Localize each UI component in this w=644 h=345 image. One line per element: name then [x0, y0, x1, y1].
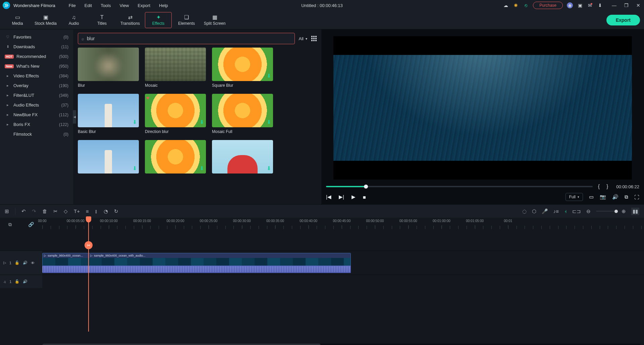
- effect-mosaic-full[interactable]: ⬇Mosaic Full: [212, 94, 273, 134]
- play-back-button[interactable]: ▶|: [339, 194, 344, 200]
- search-box[interactable]: ⌕: [78, 33, 295, 44]
- text-icon[interactable]: T+: [74, 208, 80, 214]
- mic-icon[interactable]: 🎤: [542, 208, 548, 214]
- tab-titles[interactable]: TTitles: [89, 12, 115, 28]
- tab-stock-media[interactable]: ▣Stock Media: [32, 12, 59, 28]
- sidebar-item-video-effects[interactable]: ▸Video Effects(384): [0, 71, 73, 81]
- tag-icon[interactable]: ◇: [64, 208, 68, 214]
- effect-mosaic[interactable]: Mosaic: [145, 48, 206, 88]
- zoom-slider[interactable]: [596, 211, 616, 212]
- sidebar-item-audio-effects[interactable]: ▸Audio Effects(37): [0, 100, 73, 110]
- display-icon[interactable]: ▭: [589, 194, 594, 200]
- avatar-icon[interactable]: ☻: [567, 2, 573, 8]
- close-button[interactable]: ✕: [635, 2, 641, 8]
- download-icon[interactable]: ⬇: [597, 2, 603, 8]
- preview-viewport[interactable]: [333, 36, 632, 180]
- visibility-icon[interactable]: 👁: [31, 261, 35, 265]
- sidebar-item-what-s-new[interactable]: NewWhat's New(950): [0, 61, 73, 71]
- sparkle-icon[interactable]: ✺: [513, 2, 519, 8]
- tab-elements[interactable]: ❏Elements: [173, 12, 200, 28]
- audio-waveform[interactable]: [42, 266, 351, 273]
- redo-button[interactable]: ↷: [32, 208, 36, 214]
- mark-in-button[interactable]: {: [597, 184, 601, 190]
- effect-card[interactable]: ⬇: [145, 140, 206, 176]
- layout-icon[interactable]: ⊞: [5, 208, 9, 214]
- delete-button[interactable]: 🗑: [42, 208, 47, 214]
- play-button[interactable]: ▶: [352, 194, 356, 200]
- menu-file[interactable]: File: [65, 2, 80, 9]
- quality-select[interactable]: Full▾: [566, 193, 583, 201]
- tab-effects[interactable]: ✦Effects: [145, 12, 172, 28]
- export-button[interactable]: Export: [606, 15, 640, 25]
- track-layout-icon[interactable]: ⧉: [8, 222, 12, 227]
- sidebar-item-downloads[interactable]: ⬇Downloads(11): [0, 42, 73, 52]
- undo-button[interactable]: ↶: [21, 208, 26, 214]
- sidebar-item-recommended[interactable]: HOTRecommended(500): [0, 52, 73, 61]
- effect-card[interactable]: ⬇: [212, 140, 273, 176]
- effect-card[interactable]: ⬇: [78, 140, 139, 176]
- snapshot-icon[interactable]: 📷: [600, 194, 606, 200]
- preview-scrubber[interactable]: [326, 186, 593, 187]
- timeline-scrollbar[interactable]: [42, 344, 641, 345]
- menu-help[interactable]: Help: [155, 2, 172, 9]
- cut-button[interactable]: ✂: [53, 208, 58, 214]
- mark-out-button[interactable]: }: [605, 184, 609, 190]
- effect-blur[interactable]: Blur: [78, 48, 139, 88]
- view-toggle[interactable]: [311, 36, 317, 41]
- save-icon[interactable]: ▣: [577, 2, 583, 8]
- tab-audio[interactable]: ♫Audio: [60, 12, 87, 28]
- filter-select[interactable]: All ▾: [299, 36, 307, 41]
- sidebar-item-overlay[interactable]: ▸Overlay(190): [0, 81, 73, 90]
- menu-tools[interactable]: Tools: [97, 2, 115, 9]
- tab-split-screen[interactable]: ▦Split Screen: [201, 12, 228, 28]
- tab-transitions[interactable]: ⇄Transitions: [117, 12, 144, 28]
- clock-icon[interactable]: ↻: [114, 208, 118, 214]
- titlebar: Wondershare Filmora FileEditToolsViewExp…: [0, 0, 644, 11]
- zoom-out-button[interactable]: ⊖: [586, 208, 591, 214]
- sidebar-item-newblue-fx[interactable]: ▸NewBlue FX(112): [0, 110, 73, 120]
- volume-icon[interactable]: 🔊: [612, 194, 619, 200]
- link-icon[interactable]: 🔗: [28, 222, 34, 227]
- magnet-icon[interactable]: ⫞: [564, 208, 567, 214]
- sidebar-item-filter-lut[interactable]: ▸Filter&LUT(349): [0, 90, 73, 100]
- prev-frame-button[interactable]: |◀: [326, 194, 331, 200]
- cloud-icon[interactable]: ☁: [503, 2, 509, 8]
- fullscreen-icon[interactable]: ⛶: [634, 194, 639, 200]
- sidebar-item-favorites[interactable]: ♡Favorites(0): [0, 32, 73, 42]
- zoom-in-button[interactable]: ⊕: [622, 208, 626, 214]
- search-input[interactable]: [87, 36, 291, 41]
- purchase-button[interactable]: Purchase: [533, 2, 563, 9]
- mute-icon[interactable]: 🔊: [23, 261, 28, 265]
- audio-adjust-icon[interactable]: ⫿: [95, 208, 98, 214]
- download-icon: ⬇: [267, 119, 271, 125]
- marker-icon[interactable]: ⬡: [532, 208, 536, 214]
- effect-basic-blur[interactable]: ⬇Basic Blur: [78, 94, 139, 134]
- minimize-button[interactable]: —: [611, 2, 617, 8]
- mixer-icon[interactable]: ♪≡: [553, 208, 559, 214]
- timeline-ruler[interactable]: 00:0000:00:05:0000:00:10:0000:00:15:0000…: [42, 218, 644, 231]
- lock-icon[interactable]: 🔓: [15, 261, 19, 265]
- menu-view[interactable]: View: [115, 2, 133, 9]
- menu-export[interactable]: Export: [133, 2, 154, 9]
- mail-icon[interactable]: ✉: [587, 2, 593, 8]
- sidebar-item-boris-fx[interactable]: ▸Boris FX(122): [0, 120, 73, 129]
- maximize-button[interactable]: ❐: [623, 2, 629, 8]
- menu-edit[interactable]: Edit: [80, 2, 96, 9]
- mute-icon[interactable]: 🔊: [23, 279, 28, 284]
- headset-icon[interactable]: ⎋: [523, 2, 529, 8]
- lock-icon[interactable]: 🔓: [15, 279, 19, 284]
- download-icon: ⬇: [267, 165, 271, 171]
- sidebar-item-filmstock[interactable]: Filmstock(0): [0, 129, 73, 139]
- tab-media[interactable]: ▭Media: [4, 12, 31, 28]
- meter-icon[interactable]: ▮▮: [631, 208, 639, 215]
- app-name: Wondershare Filmora: [13, 3, 55, 8]
- speed-icon[interactable]: ◔: [104, 208, 108, 214]
- collapse-handle[interactable]: ◀: [73, 110, 76, 124]
- adjust-icon[interactable]: ≡: [86, 208, 89, 214]
- stop-button[interactable]: ■: [363, 194, 366, 200]
- range-icon[interactable]: ⊏⊐: [572, 208, 581, 214]
- effect-square-blur[interactable]: ⬇Square Blur: [212, 48, 273, 88]
- pip-icon[interactable]: ⧉: [625, 194, 628, 200]
- effect-direction-blur[interactable]: ♥⬇Direction blur: [145, 94, 206, 134]
- render-icon[interactable]: ◌: [522, 208, 527, 214]
